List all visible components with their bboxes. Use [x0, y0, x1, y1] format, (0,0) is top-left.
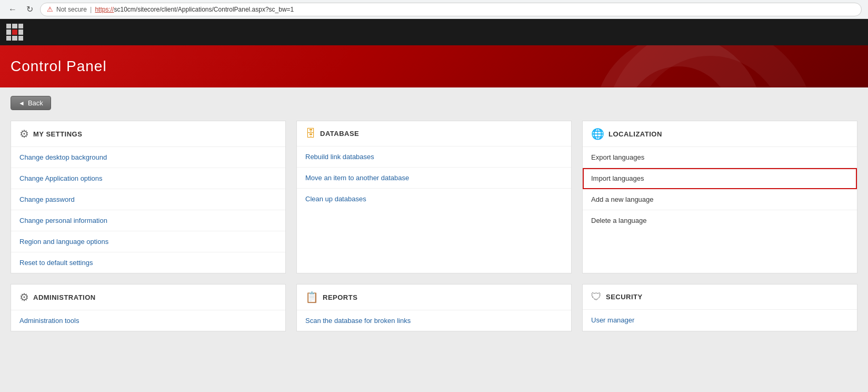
delete-language-item[interactable]: Delete a language	[583, 210, 857, 231]
settings-icon: ⚙	[19, 128, 29, 140]
administration-tools-item[interactable]: Administration tools	[11, 310, 285, 331]
logo-cell-4	[6, 30, 11, 34]
localization-panel: 🌐 LOCALIZATION Export languages Import l…	[582, 121, 857, 273]
logo-cell-7	[6, 36, 11, 41]
address-bar[interactable]: ⚠ Not secure | https://sc10cm/sitecore/c…	[40, 3, 862, 16]
sitecore-logo	[6, 24, 23, 41]
reports-panel: 📋 REPORTS Scan the database for broken l…	[296, 284, 572, 331]
scan-database-broken-links-item[interactable]: Scan the database for broken links	[297, 310, 571, 331]
address-separator: |	[90, 5, 92, 13]
add-new-language-item[interactable]: Add a new language	[583, 189, 857, 210]
import-languages-item[interactable]: Import languages	[583, 168, 857, 189]
change-password-item[interactable]: Change password	[11, 189, 285, 210]
change-desktop-background-item[interactable]: Change desktop background	[11, 147, 285, 168]
database-panel: 🗄 DATABASE Rebuild link databases Move a…	[296, 121, 572, 273]
localization-title: LOCALIZATION	[608, 130, 662, 138]
localization-header: 🌐 LOCALIZATION	[583, 121, 857, 147]
my-settings-panel: ⚙ MY SETTINGS Change desktop background …	[11, 121, 286, 273]
administration-header: ⚙ ADMINISTRATION	[11, 285, 285, 310]
logo-cell-6	[18, 30, 23, 34]
reports-title: REPORTS	[323, 293, 357, 301]
administration-title: ADMINISTRATION	[33, 293, 96, 301]
refresh-nav-button[interactable]: ↻	[23, 3, 36, 16]
back-nav-button[interactable]: ←	[6, 3, 19, 16]
logo-cell-5	[12, 30, 17, 34]
reports-icon: 📋	[305, 291, 318, 303]
security-panel: 🛡 SECURITY User manager	[582, 284, 857, 331]
database-title: DATABASE	[320, 130, 359, 138]
database-icon: 🗄	[305, 128, 316, 140]
my-settings-title: MY SETTINGS	[33, 130, 82, 138]
reset-to-default-settings-item[interactable]: Reset to default settings	[11, 252, 285, 273]
database-header: 🗄 DATABASE	[297, 121, 571, 146]
address-url: https://sc10cm/sitecore/client/Applicati…	[95, 5, 294, 13]
rebuild-link-databases-item[interactable]: Rebuild link databases	[297, 146, 571, 168]
back-button-label: Back	[28, 99, 43, 107]
browser-chrome: ← ↻ ⚠ Not secure | https://sc10cm/siteco…	[0, 0, 868, 19]
back-button[interactable]: ◄ Back	[11, 96, 51, 110]
reports-header: 📋 REPORTS	[297, 285, 571, 310]
sections-grid: ⚙ MY SETTINGS Change desktop background …	[11, 121, 857, 331]
administration-panel: ⚙ ADMINISTRATION Administration tools	[11, 284, 286, 331]
move-item-to-another-database-item[interactable]: Move an item to another database	[297, 168, 571, 189]
header-banner: Control Panel	[0, 45, 868, 87]
logo-cell-9	[18, 36, 23, 41]
export-languages-item[interactable]: Export languages	[583, 147, 857, 168]
back-arrow-icon: ◄	[18, 100, 25, 107]
security-warning-icon: ⚠	[47, 5, 53, 13]
change-personal-information-item[interactable]: Change personal information	[11, 210, 285, 231]
security-icon: 🛡	[591, 291, 602, 303]
not-secure-label: Not secure	[56, 6, 87, 13]
security-title: SECURITY	[606, 293, 643, 301]
clean-up-databases-item[interactable]: Clean up databases	[297, 189, 571, 209]
main-content: ◄ Back ⚙ MY SETTINGS Change desktop back…	[0, 87, 868, 392]
my-settings-header: ⚙ MY SETTINGS	[11, 121, 285, 147]
logo-cell-1	[6, 24, 11, 28]
top-navigation	[0, 19, 868, 45]
region-language-options-item[interactable]: Region and language options	[11, 231, 285, 252]
user-manager-item[interactable]: User manager	[583, 310, 857, 330]
security-header: 🛡 SECURITY	[583, 285, 857, 310]
logo-cell-8	[12, 36, 17, 41]
globe-icon: 🌐	[591, 128, 604, 140]
logo-cell-2	[12, 24, 17, 28]
page-title: Control Panel	[11, 58, 857, 75]
admin-icon: ⚙	[19, 291, 29, 303]
logo-cell-3	[18, 24, 23, 28]
change-application-options-item[interactable]: Change Application options	[11, 168, 285, 189]
